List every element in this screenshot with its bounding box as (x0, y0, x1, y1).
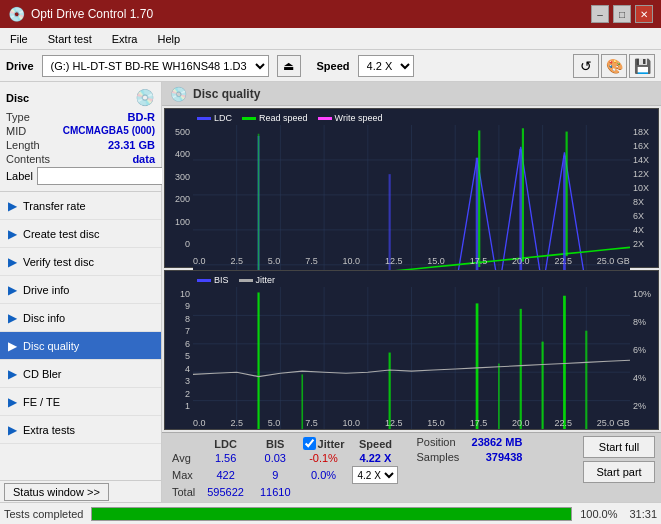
x-label-10: 10.0 (343, 256, 361, 266)
stats-total-bis: 11610 (252, 485, 299, 499)
bx-label-20: 20.0 (512, 418, 530, 428)
disc-contents-label: Contents (6, 153, 50, 165)
legend-bis-color (197, 279, 211, 282)
maximize-button[interactable]: □ (613, 5, 631, 23)
disc-mid-label: MID (6, 125, 26, 137)
cd-bler-icon: ▶ (8, 367, 17, 381)
sidebar-item-fe-te[interactable]: ▶ FE / TE (0, 388, 161, 416)
status-window-button[interactable]: Status window >> (4, 483, 109, 501)
theme-button[interactable]: 🎨 (601, 54, 627, 78)
legend-write-speed: Write speed (318, 113, 383, 123)
status-completed-text: Tests completed (4, 508, 83, 520)
save-button[interactable]: 💾 (629, 54, 655, 78)
samples-row: Samples 379438 (416, 451, 522, 463)
legend-read-speed: Read speed (242, 113, 308, 123)
y-label-300: 300 (175, 172, 190, 182)
sidebar-item-disc-quality[interactable]: ▶ Disc quality (0, 332, 161, 360)
stats-jitter-check-cell: Jitter (299, 436, 349, 451)
stats-table: LDC BIS Jitter Speed Avg 1.56 0.03 -0.1% (168, 436, 402, 499)
samples-value: 379438 (486, 451, 523, 463)
progress-percent: 100.0% (580, 508, 617, 520)
menu-help[interactable]: Help (151, 31, 186, 47)
sidebar-item-verify-test-disc[interactable]: ▶ Verify test disc (0, 248, 161, 276)
menu-extra[interactable]: Extra (106, 31, 144, 47)
content-area: 💿 Disc quality LDC Read speed (162, 82, 661, 502)
minimize-button[interactable]: – (591, 5, 609, 23)
by-label-9: 9 (185, 301, 190, 311)
chart-top-y-axis-right: 18X 16X 14X 12X 10X 8X 6X 4X 2X (630, 125, 658, 251)
y-right-14x: 14X (633, 155, 649, 165)
x-label-20: 20.0 (512, 256, 530, 266)
disc-type-value: BD-R (128, 111, 156, 123)
sidebar: Disc 💿 Type BD-R MID CMCMAGBA5 (000) Len… (0, 82, 162, 502)
start-part-button[interactable]: Start part (583, 461, 655, 483)
charts-container: LDC Read speed Write speed 500 400 300 (162, 106, 661, 432)
extra-tests-icon: ▶ (8, 423, 17, 437)
content-title: Disc quality (193, 87, 260, 101)
disc-type-label: Type (6, 111, 30, 123)
disc-label-label: Label (6, 170, 33, 182)
refresh-button[interactable]: ↺ (573, 54, 599, 78)
position-row: Position 23862 MB (416, 436, 522, 448)
verify-test-disc-icon: ▶ (8, 255, 17, 269)
by-right-4: 4% (633, 373, 646, 383)
by-label-7: 7 (185, 326, 190, 336)
by-label-5: 5 (185, 351, 190, 361)
drive-info-icon: ▶ (8, 283, 17, 297)
transfer-rate-icon: ▶ (8, 199, 17, 213)
stats-avg-speed-cell: 4.22 X (348, 451, 402, 465)
chart-bottom-y-axis-right: 10% 8% 6% 4% 2% (630, 287, 658, 413)
speed-label: Speed (317, 60, 350, 72)
stats-total-speed-empty (348, 485, 402, 499)
bx-label-10: 10.0 (343, 418, 361, 428)
bx-label-7-5: 7.5 (305, 418, 318, 428)
menu-file[interactable]: File (4, 31, 34, 47)
jitter-label: Jitter (318, 438, 345, 450)
x-label-0: 0.0 (193, 256, 206, 266)
create-test-disc-icon: ▶ (8, 227, 17, 241)
stats-max-bis: 9 (252, 465, 299, 485)
close-button[interactable]: ✕ (635, 5, 653, 23)
disc-label-input[interactable] (37, 167, 170, 185)
drive-label: Drive (6, 60, 34, 72)
stats-avg-speed: 4.22 X (360, 452, 392, 464)
stats-max-jitter: 0.0% (299, 465, 349, 485)
sidebar-item-disc-info[interactable]: ▶ Disc info (0, 304, 161, 332)
bx-label-25: 25.0 GB (597, 418, 630, 428)
sidebar-item-drive-info[interactable]: ▶ Drive info (0, 276, 161, 304)
x-label-7-5: 7.5 (305, 256, 318, 266)
right-stats: Position 23862 MB Samples 379438 (416, 436, 522, 463)
app-icon: 💿 (8, 6, 25, 22)
bx-label-2-5: 2.5 (230, 418, 243, 428)
start-full-button[interactable]: Start full (583, 436, 655, 458)
extra-tests-label: Extra tests (23, 424, 75, 436)
stats-speed-dropdown[interactable]: 4.2 X (352, 466, 398, 484)
sidebar-item-cd-bler[interactable]: ▶ CD Bler (0, 360, 161, 388)
menu-bar: File Start test Extra Help (0, 28, 661, 50)
menu-start-test[interactable]: Start test (42, 31, 98, 47)
speed-select[interactable]: 4.2 X (358, 55, 414, 77)
legend-jitter-color (239, 279, 253, 282)
create-test-disc-label: Create test disc (23, 228, 99, 240)
chart-bottom-svg (193, 287, 630, 429)
verify-test-disc-label: Verify test disc (23, 256, 94, 268)
drive-bar: Drive (G:) HL-DT-ST BD-RE WH16NS48 1.D3 … (0, 50, 661, 82)
x-label-2-5: 2.5 (230, 256, 243, 266)
y-label-100: 100 (175, 217, 190, 227)
x-label-15: 15.0 (427, 256, 445, 266)
disc-mid-value: CMCMAGBA5 (000) (63, 125, 155, 137)
sidebar-item-create-test-disc[interactable]: ▶ Create test disc (0, 220, 161, 248)
eject-button[interactable]: ⏏ (277, 55, 301, 77)
y-right-2x: 2X (633, 239, 644, 249)
legend-read-color (242, 117, 256, 120)
y-right-6x: 6X (633, 211, 644, 221)
y-right-4x: 4X (633, 225, 644, 235)
stats-area: LDC BIS Jitter Speed Avg 1.56 0.03 -0.1% (162, 432, 661, 502)
jitter-checkbox-row: Jitter (303, 437, 345, 450)
sidebar-item-extra-tests[interactable]: ▶ Extra tests (0, 416, 161, 444)
sidebar-item-transfer-rate[interactable]: ▶ Transfer rate (0, 192, 161, 220)
stats-max-ldc: 422 (199, 465, 252, 485)
drive-select[interactable]: (G:) HL-DT-ST BD-RE WH16NS48 1.D3 (42, 55, 269, 77)
chart-top-legend: LDC Read speed Write speed (197, 113, 382, 123)
jitter-checkbox[interactable] (303, 437, 316, 450)
